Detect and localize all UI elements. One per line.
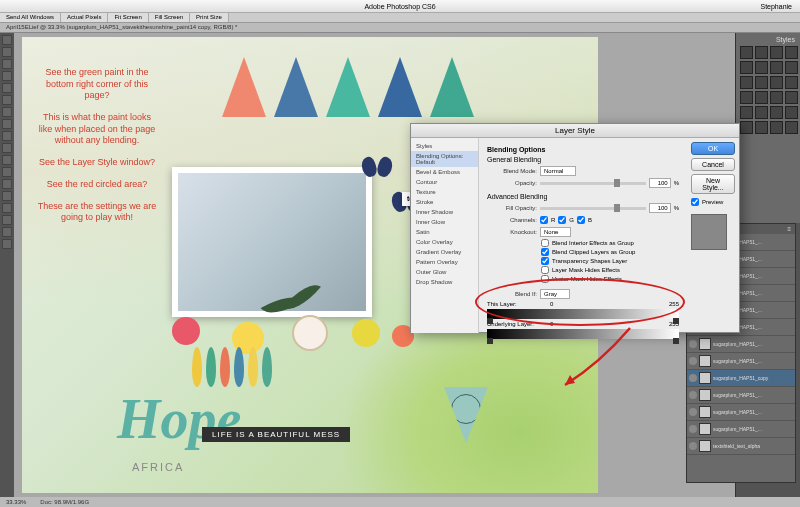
new-style-button[interactable]: New Style... [691,174,735,194]
transparency-shapes-checkbox[interactable] [541,257,549,265]
layer-thumb[interactable] [699,338,711,350]
path-tool-icon[interactable] [2,203,12,213]
opt-fill-screen[interactable]: Fill Screen [149,13,190,22]
underlying-gradient[interactable] [487,329,679,339]
layer-row[interactable]: sugarplum_HAP51_... [687,421,795,438]
dodge-tool-icon[interactable] [2,167,12,177]
style-swatch[interactable] [740,46,753,59]
style-swatch[interactable] [755,91,768,104]
style-swatch[interactable] [740,91,753,104]
zoom-level[interactable]: 33.33% [6,499,26,505]
style-swatch[interactable] [785,61,798,74]
visibility-icon[interactable] [689,374,697,382]
style-list-item[interactable]: Drop Shadow [411,277,478,287]
document-tab[interactable]: April15ELief @ 33.3% (sugarplum_HAP51_st… [0,23,800,33]
layer-row[interactable]: sugarplum_HAP51_... [687,387,795,404]
preview-checkbox[interactable] [691,198,699,206]
this-layer-gradient[interactable] [487,309,679,319]
brush-tool-icon[interactable] [2,107,12,117]
style-swatch[interactable] [755,76,768,89]
visibility-icon[interactable] [689,391,697,399]
stamp-tool-icon[interactable] [2,119,12,129]
style-list-item[interactable]: Stroke [411,197,478,207]
shape-tool-icon[interactable] [2,215,12,225]
channel-g-checkbox[interactable] [558,216,566,224]
layer-thumb[interactable] [699,406,711,418]
layer-row[interactable]: sugarplum_HAP51_copy [687,370,795,387]
style-swatch[interactable] [740,106,753,119]
visibility-icon[interactable] [689,425,697,433]
style-swatch[interactable] [740,76,753,89]
style-swatch[interactable] [770,61,783,74]
layer-row[interactable]: textshield_text_alpha [687,438,795,455]
channel-b-checkbox[interactable] [577,216,585,224]
panel-menu-icon[interactable]: ≡ [787,226,791,232]
visibility-icon[interactable] [689,357,697,365]
opt-print-size[interactable]: Print Size [190,13,229,22]
layer-row[interactable]: sugarplum_HAP51_... [687,404,795,421]
blend-interior-checkbox[interactable] [541,239,549,247]
wand-tool-icon[interactable] [2,71,12,81]
blend-if-select[interactable]: Gray [540,289,570,299]
style-swatch[interactable] [755,121,768,134]
fill-opacity-slider[interactable] [540,207,646,210]
style-swatch[interactable] [770,121,783,134]
cancel-button[interactable]: Cancel [691,158,735,171]
style-list-item[interactable]: Inner Glow [411,217,478,227]
zoom-tool-icon[interactable] [2,239,12,249]
visibility-icon[interactable] [689,442,697,450]
layer-row[interactable]: sugarplum_HAP51_... [687,336,795,353]
visibility-icon[interactable] [689,340,697,348]
style-swatch[interactable] [755,46,768,59]
marquee-tool-icon[interactable] [2,47,12,57]
move-tool-icon[interactable] [2,35,12,45]
style-list-item[interactable]: Pattern Overlay [411,257,478,267]
ok-button[interactable]: OK [691,142,735,155]
gradient-tool-icon[interactable] [2,143,12,153]
eyedropper-tool-icon[interactable] [2,95,12,105]
style-swatch[interactable] [785,121,798,134]
style-list-item[interactable]: Texture [411,187,478,197]
opacity-slider[interactable] [540,182,646,185]
style-list-item[interactable]: Outer Glow [411,267,478,277]
opt-actual-pixels[interactable]: Actual Pixels [61,13,108,22]
type-tool-icon[interactable] [2,191,12,201]
channel-r-checkbox[interactable] [540,216,548,224]
style-swatch[interactable] [770,76,783,89]
style-list-item[interactable]: Color Overlay [411,237,478,247]
layer-row[interactable]: sugarplum_HAP51_... [687,353,795,370]
style-swatch[interactable] [770,46,783,59]
opacity-value[interactable]: 100 [649,178,671,188]
style-swatch[interactable] [785,106,798,119]
hand-tool-icon[interactable] [2,227,12,237]
style-list-item[interactable]: Satin [411,227,478,237]
style-swatch[interactable] [785,91,798,104]
blur-tool-icon[interactable] [2,155,12,165]
blend-clipped-checkbox[interactable] [541,248,549,256]
eraser-tool-icon[interactable] [2,131,12,141]
style-swatch[interactable] [740,61,753,74]
visibility-icon[interactable] [689,408,697,416]
blend-mode-select[interactable]: Normal [540,166,576,176]
layer-mask-hides-checkbox[interactable] [541,266,549,274]
style-list-item[interactable]: Bevel & Emboss [411,167,478,177]
layer-thumb[interactable] [699,440,711,452]
style-swatch[interactable] [785,76,798,89]
vector-mask-hides-checkbox[interactable] [541,275,549,283]
opt-send-all[interactable]: Send All Windows [0,13,61,22]
layer-thumb[interactable] [699,372,711,384]
style-swatch[interactable] [740,121,753,134]
style-list-item[interactable]: Gradient Overlay [411,247,478,257]
style-swatch[interactable] [785,46,798,59]
layer-thumb[interactable] [699,389,711,401]
opt-fit-screen[interactable]: Fit Screen [108,13,148,22]
style-list-item[interactable]: Blending Options: Default [411,151,478,167]
pen-tool-icon[interactable] [2,179,12,189]
style-list-item[interactable]: Inner Shadow [411,207,478,217]
style-swatch[interactable] [770,91,783,104]
styles-panel-header[interactable]: Styles [738,35,798,44]
style-swatch[interactable] [770,106,783,119]
style-swatch[interactable] [755,106,768,119]
layer-style-dialog[interactable]: Layer Style StylesBlending Options: Defa… [410,123,740,333]
layer-thumb[interactable] [699,423,711,435]
